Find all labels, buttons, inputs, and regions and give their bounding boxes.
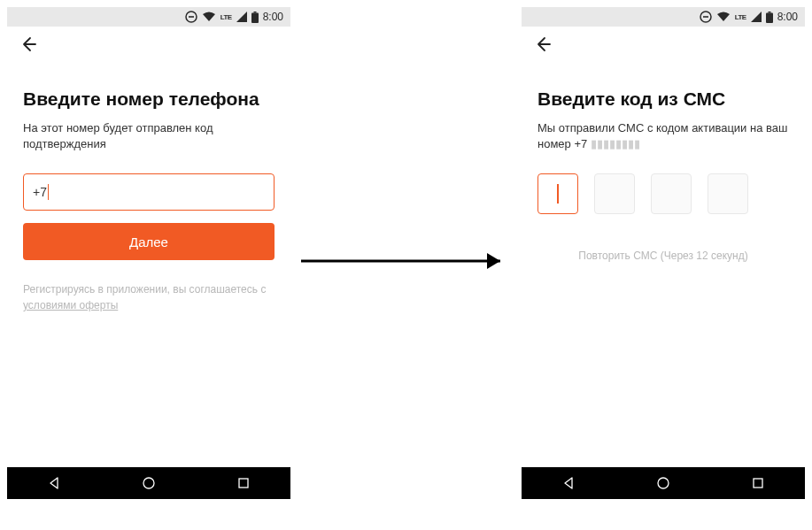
text-cursor — [48, 184, 49, 200]
back-arrow-icon — [19, 35, 37, 53]
terms-link[interactable]: условиями оферты — [23, 299, 118, 311]
content-area: Введите номер телефона На этот номер буд… — [7, 65, 290, 313]
nav-home-button[interactable] — [142, 476, 156, 490]
android-nav-bar — [522, 467, 805, 499]
triangle-back-icon — [47, 476, 61, 490]
nav-recent-button[interactable] — [751, 476, 765, 490]
code-digit-3[interactable] — [651, 173, 692, 214]
dnd-icon — [700, 11, 712, 23]
svg-rect-10 — [766, 12, 773, 23]
nav-back-button[interactable] — [561, 476, 576, 490]
back-button[interactable] — [19, 35, 37, 57]
signal-icon — [751, 12, 762, 22]
svg-rect-5 — [239, 479, 248, 488]
nav-home-button[interactable] — [656, 476, 670, 490]
page-subtitle: Мы отправили СМС с кодом активации на ва… — [537, 120, 789, 152]
flow-arrow-icon — [301, 248, 514, 274]
wifi-icon — [202, 12, 216, 22]
triangle-back-icon — [561, 476, 576, 490]
square-recent-icon — [236, 476, 251, 490]
svg-rect-1 — [189, 16, 194, 18]
page-title: Введите код из СМС — [537, 88, 789, 110]
text-cursor — [557, 184, 559, 204]
phone-mockup-enter-number: LTE 8:00 Введите номер телефона На этот … — [7, 7, 290, 313]
code-digit-1[interactable] — [537, 173, 578, 214]
app-bar — [522, 27, 805, 65]
phone-input[interactable]: +7 — [23, 173, 275, 211]
phone-prefix: +7 — [33, 185, 47, 199]
circle-home-icon — [142, 476, 156, 490]
page-subtitle: На этот номер будет отправлен код подтве… — [23, 120, 275, 152]
phone-number-display: +7 — [574, 137, 587, 150]
signal-icon — [236, 12, 247, 22]
phone-number-masked: ▮▮▮▮▮▮▮▮ — [591, 137, 640, 150]
status-bar: LTE 8:00 — [7, 7, 290, 27]
square-recent-icon — [751, 476, 765, 490]
code-input-group — [537, 173, 789, 214]
svg-rect-3 — [251, 12, 259, 23]
app-bar — [7, 27, 290, 65]
clock: 8:00 — [263, 11, 283, 23]
android-nav-bar — [7, 467, 290, 499]
wifi-icon — [716, 12, 731, 22]
network-label: LTE — [735, 13, 746, 21]
svg-rect-8 — [703, 16, 708, 18]
svg-point-11 — [658, 478, 669, 488]
dnd-icon — [185, 11, 197, 23]
back-button[interactable] — [534, 35, 552, 57]
content-area: Введите код из СМС Мы отправили СМС с ко… — [522, 65, 805, 262]
back-arrow-icon — [534, 35, 552, 53]
battery-icon — [251, 12, 259, 23]
phone-mockup-enter-code: LTE 8:00 Введите код из СМС Мы отправили… — [522, 7, 805, 262]
code-digit-2[interactable] — [594, 173, 635, 214]
nav-back-button[interactable] — [47, 476, 61, 490]
svg-point-4 — [143, 478, 154, 488]
svg-rect-2 — [253, 12, 256, 13]
svg-rect-12 — [754, 479, 762, 488]
network-label: LTE — [220, 13, 232, 21]
svg-rect-9 — [768, 12, 770, 13]
resend-sms-text: Повторить СМС (Через 12 секунд) — [537, 250, 789, 262]
circle-home-icon — [656, 476, 670, 490]
page-title: Введите номер телефона — [23, 88, 275, 110]
nav-recent-button[interactable] — [236, 476, 251, 490]
agreement-text: Регистрируясь в приложении, вы соглашает… — [23, 281, 275, 313]
clock: 8:00 — [777, 11, 798, 23]
next-button[interactable]: Далее — [23, 223, 275, 260]
code-digit-4[interactable] — [708, 173, 748, 214]
status-bar: LTE 8:00 — [522, 7, 805, 27]
battery-icon — [766, 12, 773, 23]
